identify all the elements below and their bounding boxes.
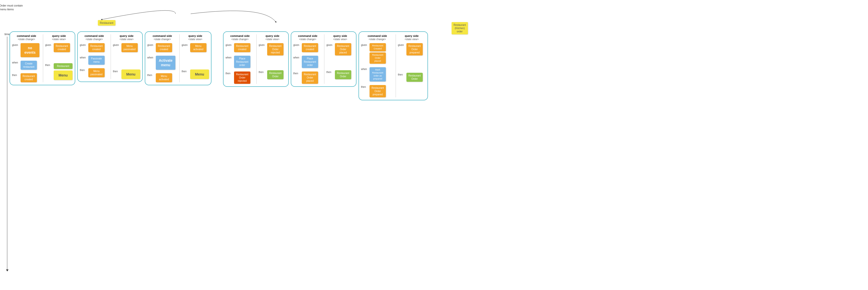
col-qry-5: query side <state view> given Restaurant… [327, 34, 354, 84]
col-header: command side [153, 34, 172, 37]
card-menu-passivated: Menupassivated [88, 68, 104, 77]
given-item: given Menuactivated [182, 43, 209, 52]
given-label: given [225, 43, 232, 46]
card-place-restaurant-order: PlaceRestaurantorder [302, 56, 318, 68]
gwt-row: given RestaurantOrderprepared then Resta… [398, 43, 426, 82]
card-restaurant-created: Restaurantcreated [234, 43, 250, 52]
gwt-row: given Menuactivated then Menu [182, 43, 209, 79]
when-label: when [147, 56, 154, 59]
then-label: then [182, 69, 189, 73]
given-label: given [182, 43, 189, 46]
then-item: then Restaurant Menu [45, 63, 73, 80]
card-create-restaurant: Createrestaurant [21, 61, 37, 70]
given-label: given [45, 43, 52, 46]
card-menu: Menu [54, 70, 72, 80]
when-label: when [225, 56, 232, 59]
card-restaurant-created: Restaurantcreated [21, 73, 37, 82]
card-restaurant-created: Restaurantcreated [54, 43, 70, 52]
col-header: query side [266, 34, 279, 37]
gwt-row: given Restaurantcreated when Passivateme… [80, 43, 108, 77]
when-item: when Passivatemenu [80, 56, 108, 65]
col-sep [179, 34, 180, 82]
time-line [7, 37, 7, 270]
then-label: then [225, 71, 232, 75]
card-mark-prepared: MarkRestaurantorder asprepared [370, 67, 386, 82]
card-restaurant-created: RestaurantCreated [370, 43, 386, 52]
card-restaurant: Restaurant [54, 63, 72, 69]
then-label: then [259, 70, 266, 73]
card-activate-menu: Activatemenu [156, 56, 175, 70]
kitchen-order-top-sticky: Restaurant(Kitchen)order [452, 22, 468, 34]
col-header: command side [368, 34, 387, 37]
card-restaurant-order: RestaurantOrder [335, 70, 351, 79]
given-label: given [80, 43, 87, 46]
gwt-row: given Restaurantcreated then Restaurant … [45, 43, 73, 80]
col-qry-4: query side <state view> given Restaurant… [259, 34, 286, 84]
restaurant-top-sticky: Restaurant [98, 20, 115, 26]
main-container: Invariant: Kitchen Order must contain re… [0, 0, 868, 290]
card-order-placed: RestaurantOrderplaced [370, 53, 386, 64]
card-menu: Menu [190, 69, 209, 79]
given-item: given RestaurantOrderplaced [327, 43, 354, 56]
then-item: then RestaurantOrderplaced [293, 71, 322, 84]
col-sep [396, 34, 396, 97]
all-sections: command side <state change> given noeven… [9, 31, 428, 100]
gwt-row: given Restaurantcreated when Activatemen… [147, 43, 177, 82]
card-order-placed: RestaurantOrderplaced [335, 43, 351, 56]
col-subheader: <state change> [18, 38, 35, 41]
then-item: then Menuactivated [147, 73, 177, 82]
col-subheader: <state change> [299, 38, 316, 41]
col-header: query side [120, 34, 133, 37]
then-item: then Restaurantcreated [12, 73, 41, 82]
given-item: given Restaurantcreated [293, 43, 322, 52]
card-restaurant-order: RestaurantOrder [267, 70, 283, 79]
gwt-row: given Restaurantcreated when PlaceRestau… [225, 43, 254, 84]
then-label: then [113, 69, 120, 73]
card-order-prepared: RestaurantOrderprepared [370, 85, 386, 97]
col-cmd-5: command side <state change> given Restau… [293, 34, 322, 84]
then-item: then Menu [113, 69, 140, 79]
then-label: then [80, 68, 87, 71]
card-no-events: noevents [21, 43, 39, 57]
gwt-row: given RestaurantOrderrejected then Resta… [259, 43, 286, 79]
when-item: when Createrestaurant [12, 61, 41, 70]
time-label: time [4, 33, 10, 36]
gwt-row: given RestaurantOrderplaced then Restaur… [327, 43, 354, 79]
col-cmd-3: command side <state change> given Restau… [147, 34, 177, 82]
then-label: then [398, 73, 405, 76]
given-item: given Restaurantcreated [225, 43, 254, 52]
card-passivate-menu: Passivatemenu [88, 56, 104, 65]
then-label: then [293, 71, 300, 75]
when-item: when MarkRestaurantorder asprepared [361, 67, 394, 82]
then-item: then Menu [182, 69, 209, 79]
gwt-row: given Restaurantcreated when PlaceRestau… [293, 43, 322, 84]
col-cmd-1: command side <state change> given noeven… [12, 34, 41, 82]
col-subheader: <state change> [154, 38, 171, 41]
gwt-row: given Menupassivated then Menu [113, 43, 140, 79]
card-restaurant-created: Restaurantcreated [88, 43, 104, 52]
when-label: when [80, 56, 87, 59]
card-place-restaurant-order: PlaceRestaurantorder [234, 56, 250, 68]
time-arrow: time [4, 33, 10, 270]
col-header: command side [230, 34, 250, 37]
section-4: command side <state change> given Restau… [223, 31, 289, 87]
then-item: then RestaurantOrder [327, 70, 354, 79]
given-label: given [361, 43, 368, 46]
col-subheader: <state change> [231, 38, 249, 41]
given-item: given RestaurantOrderprepared [398, 43, 426, 56]
col-sep [324, 34, 324, 84]
card-restaurant-created: Restaurantcreated [302, 43, 318, 52]
then-label: then [12, 73, 19, 76]
col-sep [43, 34, 43, 82]
given-label: given [398, 43, 405, 46]
card-restaurant-order: RestaurantOrder [406, 73, 423, 82]
col-qry-3: query side <state view> given Menuactiva… [182, 34, 209, 82]
given-item: given Menupassivated [113, 43, 140, 52]
section-2: command side <state change> given Restau… [77, 31, 143, 82]
then-item: then RestaurantOrder [398, 73, 426, 82]
when-label: when [361, 67, 368, 70]
card-order-rejected: RestaurantOrderrejected [234, 71, 250, 84]
col-sep [111, 34, 111, 79]
section-6: command side <state change> given Restau… [359, 31, 428, 100]
given-item: given RestaurantCreated RestaurantOrderp… [361, 43, 394, 64]
